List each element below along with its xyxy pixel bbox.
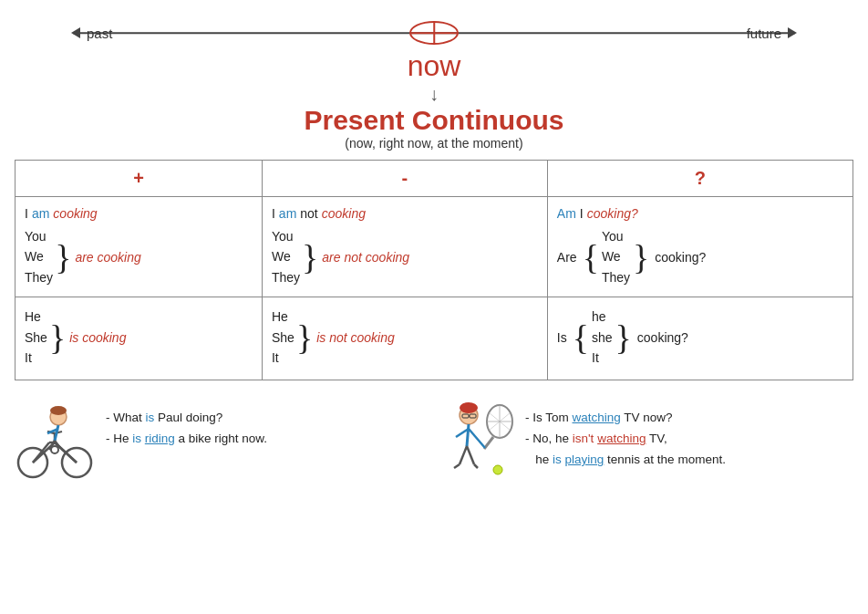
neg-verb-is-not-cooking: is not cooking (316, 330, 395, 345)
action-cooking1: cooking (53, 206, 97, 221)
col-header-question: ? (547, 161, 852, 197)
positive-i-row: I am cooking (25, 206, 251, 221)
svg-line-13 (55, 425, 58, 441)
col-header-negative: - (262, 161, 547, 197)
timeline-row: past future (0, 16, 868, 49)
now-label: now (0, 49, 868, 83)
positive-cell-2: He She It } is cooking (16, 297, 263, 380)
past-label: past (87, 26, 112, 41)
neg-pronoun-she: She (272, 328, 294, 348)
bracket-open-icon: } (55, 240, 71, 275)
neg-not: not (300, 206, 317, 221)
neg-pronoun-it: It (272, 348, 294, 368)
svg-point-10 (51, 446, 58, 453)
pronoun-she: She (25, 328, 47, 348)
question-cell-1: Am I cooking? Are { You We They } cook (547, 197, 852, 297)
svg-point-12 (50, 406, 67, 415)
arrow-left-icon (71, 27, 80, 38)
bottom-section: - What is Paul doing? - He is riding a b… (15, 393, 853, 481)
page-subtitle: (now, right now, at the moment) (0, 136, 868, 151)
bottom-right-example: - Is Tom watching TV now? - No, he isn't… (443, 399, 853, 481)
verb-are-cooking: are cooking (75, 250, 140, 265)
negative-youwethey-group: You We They } are not cooking (272, 226, 536, 287)
bottom-left-line2: - He is riding a bike right now. (106, 429, 267, 450)
svg-line-32 (467, 446, 474, 464)
neg-action-cooking1: cooking (322, 206, 366, 221)
q-pronoun-she: she (592, 328, 613, 348)
neg-verb-are-not-cooking: are not cooking (322, 250, 409, 265)
grammar-table: + - ? I am cooking You (15, 160, 853, 380)
svg-point-24 (460, 402, 478, 413)
pronouns-hesheit: He She It (25, 307, 47, 368)
playing-word: playing (565, 453, 604, 466)
positive-youwethey-group: You We They } are cooking (25, 226, 251, 287)
tennis-figure-icon (443, 399, 516, 481)
bike-figure-icon (15, 399, 97, 481)
bottom-right-line3: he is playing tennis at the moment. (525, 450, 726, 471)
neg-pronouns-hesheit: He She It (272, 307, 294, 368)
neg-pronouns-youwethey: You We They (272, 226, 300, 287)
pronoun-we: We (25, 246, 53, 266)
q-aux-am: Am (557, 206, 576, 221)
pronouns-youwethey: You We They (25, 226, 53, 287)
q-pronoun-he: he (592, 307, 613, 327)
bottom-right-line2: - No, he isn't watching TV, (525, 429, 726, 450)
now-oval (409, 21, 459, 45)
negative-cell-2: He She It } is not cooking (262, 297, 547, 380)
down-arrow-icon: ↓ (0, 85, 868, 103)
negative-cell-1: I am not cooking You We They } are not c… (262, 197, 547, 297)
svg-point-35 (493, 465, 502, 474)
q-pronoun-they: They (602, 267, 630, 287)
isnt-word: isn't (573, 432, 594, 445)
verb-am: am (32, 206, 49, 221)
neg-pronoun-we: We (272, 246, 300, 266)
negative-i-row: I am not cooking (272, 206, 536, 221)
table-row-group2: He She It } is cooking He She (16, 297, 853, 380)
q-hesheit-bracket-open-icon: { (573, 320, 589, 355)
positive-cell-1: I am cooking You We They } are cooking (16, 197, 263, 297)
q-bracket-open-icon: { (583, 240, 599, 275)
q-action-cooking1: cooking? (587, 206, 638, 221)
q-aux-is: Is (557, 330, 567, 345)
svg-line-28 (467, 424, 469, 446)
q-pronouns-hesheit: he she It (592, 307, 613, 368)
pronoun-they: They (25, 267, 53, 287)
watching-word2: watching (597, 432, 646, 445)
page-title: Present Continuous (0, 105, 868, 136)
bottom-right-text: - Is Tom watching TV now? - No, he isn't… (525, 399, 726, 471)
bottom-right-line1: - Is Tom watching TV now? (525, 408, 726, 429)
watching-word1: watching (573, 411, 621, 424)
q-bracket-close-icon: } (633, 240, 649, 275)
neg-pronoun-he: He (272, 307, 294, 327)
q-pronouns-youwethey: You We They (602, 226, 630, 287)
q-pronoun-you: You (602, 226, 630, 246)
neg-pronoun-you: You (272, 226, 300, 246)
neg-pronoun-i: I (272, 206, 275, 221)
is-word: is (146, 411, 155, 424)
hesheit-bracket-open-icon: } (49, 320, 66, 355)
future-label: future (747, 26, 781, 41)
col-header-positive: + (16, 161, 263, 197)
question-are-group: Are { You We They } cooking? (557, 226, 842, 287)
pronoun-you: You (25, 226, 53, 246)
neg-verb-am: am (279, 206, 296, 221)
question-cell-2: Is { he she It } cooking? (547, 297, 852, 380)
table-row-group1: I am cooking You We They } are cooking (16, 197, 853, 297)
verb-is-cooking: is cooking (69, 330, 126, 345)
is-word2: is (132, 432, 141, 445)
svg-line-31 (460, 446, 467, 464)
svg-line-29 (469, 429, 485, 448)
pronoun-he: He (25, 307, 47, 327)
negative-hesheit-group: He She It } is not cooking (272, 307, 536, 368)
q-action-cooking2: cooking? (655, 250, 706, 265)
bottom-left-text: - What is Paul doing? - He is riding a b… (106, 399, 267, 450)
neg-bracket-open-icon: } (302, 240, 318, 275)
q-pronoun-it: It (592, 348, 613, 368)
q-aux-are: Are (557, 250, 577, 265)
pronoun-it: It (25, 348, 47, 368)
neg-hesheit-bracket-open-icon: } (296, 320, 313, 355)
neg-pronoun-they: They (272, 267, 300, 287)
timeline-section: past future now ↓ Present Continuous (no… (0, 0, 868, 151)
svg-line-34 (474, 464, 478, 468)
q-action-cooking3: cooking? (637, 330, 688, 345)
